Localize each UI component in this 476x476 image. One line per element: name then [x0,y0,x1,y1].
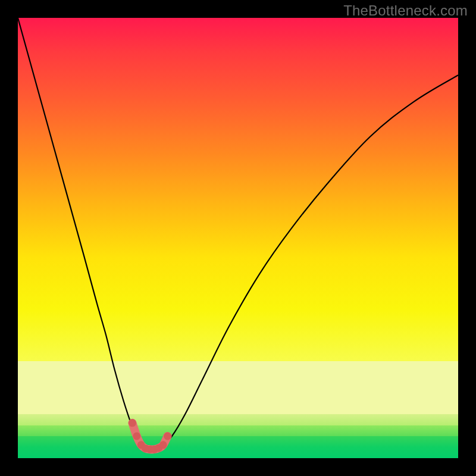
chart-frame: TheBottleneck.com [0,0,476,476]
highlight-bead [133,433,140,440]
watermark-text: TheBottleneck.com [343,2,468,19]
highlight-bead [164,433,171,440]
curve-svg [18,18,458,458]
plot-area [18,18,458,458]
highlight-beads [129,419,171,453]
highlight-bead [159,441,167,449]
bottleneck-curve [18,18,458,449]
highlight-bead [129,419,136,427]
